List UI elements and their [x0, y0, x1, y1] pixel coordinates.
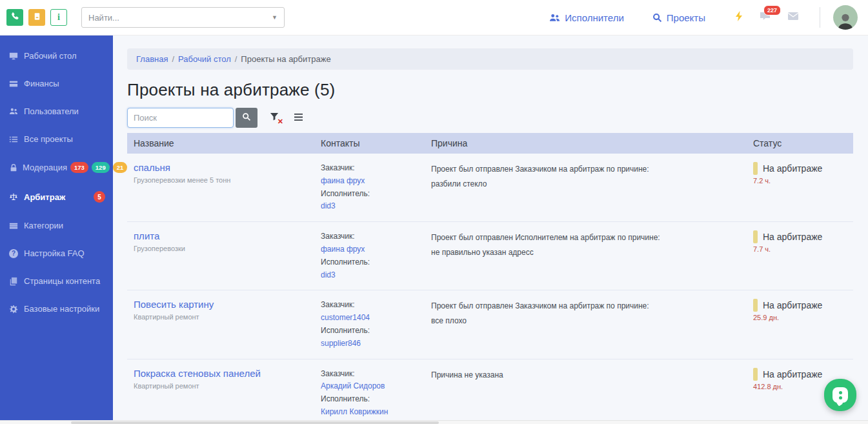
chat-count-badge: 227	[763, 5, 781, 15]
users-icon	[9, 107, 19, 116]
column-header-contacts: Контакты	[314, 133, 425, 154]
breadcrumb: Главная / Рабочий стол / Проекты на арби…	[127, 48, 853, 70]
supplier-label: Исполнитель:	[321, 393, 418, 406]
chat-widget-icon	[833, 387, 848, 403]
avatar[interactable]	[833, 5, 858, 30]
table-row: Повесить картину Квартирный ремонт Заказ…	[127, 290, 853, 359]
reason-line: не правильно указан адресс	[431, 245, 740, 260]
project-category: Квартирный ремонт	[134, 313, 308, 321]
supplier-label: Исполнитель:	[321, 325, 418, 338]
supplier-link[interactable]: Кирилл Коврижкин	[321, 406, 418, 419]
sidebar-item-categories[interactable]: Категории	[0, 212, 113, 239]
sidebar-item-moderation[interactable]: Модерация 173 129 21	[0, 153, 113, 182]
project-category: Квартирный ремонт	[134, 382, 308, 390]
sidebar-item-label: Финансы	[24, 79, 59, 88]
nav-projects-link[interactable]: Проекты	[652, 12, 705, 23]
sidebar-item-content-pages[interactable]: Страницы контента	[0, 267, 113, 295]
table-header: Название Контакты Причина Статус	[127, 133, 853, 154]
project-title-link[interactable]: Покраска стеновых панелей	[134, 368, 261, 379]
main-content: Главная / Рабочий стол / Проекты на арби…	[113, 35, 868, 424]
mail-button[interactable]	[787, 12, 799, 23]
supplier-link[interactable]: did3	[321, 269, 418, 282]
supplier-label: Исполнитель:	[321, 256, 418, 269]
sidebar-item-label: Пользователи	[24, 106, 79, 116]
note-icon	[32, 12, 42, 24]
sidebar-item-label: Страницы контента	[24, 276, 100, 286]
reason-line: Проект был отправлен Заказчиком на арбит…	[431, 299, 740, 314]
search-icon	[242, 112, 251, 124]
nav-projects-label: Проекты	[667, 12, 705, 23]
search-input[interactable]: Поиск	[127, 108, 234, 128]
lightning-button[interactable]	[734, 10, 744, 25]
sidebar-item-all-projects[interactable]: Все проекты	[0, 125, 113, 153]
page-title: Проекты на арбитраже (5)	[127, 80, 853, 100]
customer-label: Заказчик:	[321, 368, 418, 381]
moderation-badge-teal: 129	[92, 162, 110, 173]
column-header-reason: Причина	[425, 133, 747, 154]
nav-performers-link[interactable]: Исполнители	[549, 12, 624, 23]
sidebar-item-label: Настройка FAQ	[24, 248, 85, 258]
reason-line: Причина не указана	[431, 368, 740, 383]
status-label: На арбитраже	[763, 232, 822, 242]
sidebar-item-label: Все проекты	[24, 134, 73, 144]
status-bar	[753, 368, 758, 381]
status-duration: 7.2 ч.	[753, 177, 847, 185]
note-button[interactable]	[28, 9, 45, 26]
breadcrumb-dashboard-link[interactable]: Рабочий стол	[178, 54, 231, 64]
project-title-link[interactable]: спальня	[134, 162, 170, 173]
menu-icon	[294, 112, 303, 124]
customer-link[interactable]: фаина фрух	[321, 175, 418, 188]
pages-icon	[9, 277, 19, 286]
sidebar-item-arbitration[interactable]: Арбитраж 5	[0, 182, 113, 212]
project-title-link[interactable]: плита	[134, 230, 159, 241]
arbitration-badge: 5	[94, 191, 105, 203]
status-duration: 25.9 дн.	[753, 314, 847, 321]
table-row: плита Грузоперевозки Заказчик: фаина фру…	[127, 222, 853, 290]
sidebar-item-base-settings[interactable]: Базовые настройки	[0, 295, 113, 323]
reason-line: Проект был отправлен Исполнителем на арб…	[431, 230, 740, 245]
sidebar-item-label: Категории	[24, 221, 63, 230]
status-bar	[753, 230, 758, 243]
project-title-link[interactable]: Повесить картину	[134, 299, 214, 310]
breadcrumb-separator: /	[172, 54, 174, 64]
status-label: На арбитраже	[763, 369, 822, 379]
horizontal-scrollbar-thumb[interactable]	[71, 421, 439, 424]
status-duration: 7.7 ч.	[753, 245, 847, 253]
customer-link[interactable]: фаина фрух	[321, 243, 418, 256]
lightning-icon	[734, 10, 744, 25]
sidebar-item-dashboard[interactable]: Рабочий стол	[0, 42, 113, 70]
menu-button[interactable]	[294, 112, 303, 124]
chat-widget-button[interactable]	[824, 379, 856, 411]
table-row: спальня Грузоперевозки менее 5 тонн Зака…	[127, 154, 853, 222]
global-search-placeholder: Найти...	[88, 13, 272, 23]
desktop-icon	[9, 52, 19, 61]
gear-icon	[9, 305, 19, 314]
status-label: На арбитраже	[763, 300, 822, 310]
sidebar-item-label: Базовые настройки	[24, 304, 99, 314]
project-category: Грузоперевозки	[134, 245, 308, 252]
moderation-badge-red: 173	[70, 162, 88, 173]
global-search-input[interactable]: Найти... ▼	[81, 7, 285, 28]
grid-icon	[9, 221, 19, 230]
breadcrumb-home-link[interactable]: Главная	[136, 54, 168, 64]
sidebar-item-finance[interactable]: Финансы	[0, 70, 113, 97]
customer-link[interactable]: customer1404	[321, 312, 418, 325]
sidebar-item-faq-settings[interactable]: ? Настройка FAQ	[0, 239, 113, 267]
table-toolbar: Поиск ✕	[127, 108, 853, 128]
search-button[interactable]	[236, 108, 257, 128]
reason-line: Проект был отправлен Заказчиком на арбит…	[431, 162, 740, 177]
filter-x-mark: ✕	[278, 117, 283, 126]
supplier-link[interactable]: supplier846	[321, 338, 418, 350]
horizontal-scrollbar	[0, 420, 868, 424]
supplier-link[interactable]: did3	[321, 200, 418, 213]
breadcrumb-current: Проекты на арбитраже	[241, 54, 330, 64]
customer-link[interactable]: Аркадий Сидоров	[321, 380, 418, 393]
phone-button[interactable]	[6, 9, 23, 26]
scales-icon	[9, 192, 19, 201]
info-button[interactable]: i	[50, 9, 67, 26]
chat-button[interactable]: 227	[760, 11, 772, 24]
clear-filter-button[interactable]: ✕	[270, 112, 279, 124]
supplier-label: Исполнитель:	[321, 188, 418, 201]
reason-line: разбили стекло	[431, 177, 740, 192]
sidebar-item-users[interactable]: Пользователи	[0, 97, 113, 125]
